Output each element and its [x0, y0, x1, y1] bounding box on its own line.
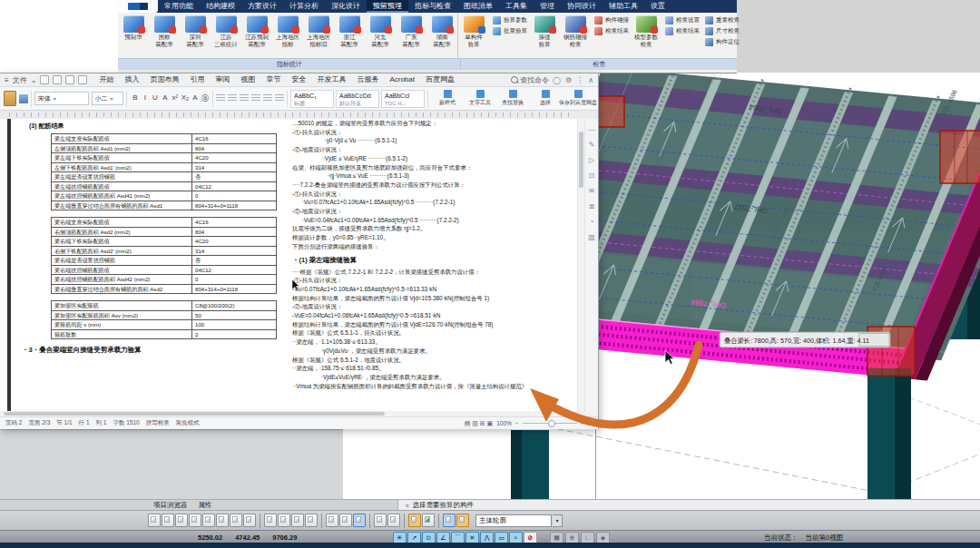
- ribbon-small-button[interactable]: 尺寸检查: [705, 27, 740, 35]
- cad-ribbon-tab[interactable]: 设置: [644, 0, 671, 13]
- chevron-down-icon[interactable]: ⌄: [31, 76, 37, 84]
- word-action-button[interactable]: 文字工具: [464, 90, 496, 107]
- view-tool-icon[interactable]: [404, 514, 405, 528]
- fullscreen-icon[interactable]: ⤢: [587, 420, 593, 427]
- word-ribbon-tab[interactable]: 视图: [236, 74, 260, 85]
- view-tool-icon[interactable]: [230, 514, 242, 527]
- display-filter-select[interactable]: 主体轮廓: [475, 514, 552, 527]
- font-name-select[interactable]: 宋体▾: [34, 92, 89, 105]
- word-action-button[interactable]: 查找替换: [496, 90, 529, 107]
- view-tool-icon[interactable]: [408, 514, 421, 527]
- word-action-button[interactable]: 保存到百度网盘: [562, 90, 594, 107]
- scrollbar-thumb[interactable]: [4, 412, 385, 416]
- ribbon-button[interactable]: 上海地区 指标: [272, 14, 303, 48]
- word-ribbon-tab[interactable]: 开发工具: [312, 74, 350, 85]
- view-tool-icon[interactable]: [243, 514, 256, 527]
- align-icon[interactable]: [251, 94, 260, 103]
- view-tool-icon[interactable]: [305, 514, 318, 527]
- hamburger-menu-icon[interactable]: ≡: [5, 76, 9, 84]
- collapse-ribbon-icon[interactable]: ∧: [588, 76, 593, 84]
- bullet-list-icon[interactable]: [216, 94, 225, 103]
- format-button[interactable]: U: [150, 93, 160, 103]
- style-card[interactable]: AaBbCcl TOC H...: [381, 90, 425, 108]
- view-tool-icon[interactable]: [216, 514, 229, 527]
- ribbon-button[interactable]: 国标 装配率: [149, 14, 180, 48]
- view-tool-icon[interactable]: [260, 514, 260, 528]
- shading-icon[interactable]: [275, 94, 284, 103]
- word-ribbon-tab[interactable]: Acrobat: [385, 74, 419, 85]
- view-tool-icon[interactable]: [162, 514, 174, 527]
- style-card[interactable]: AaBbC₁ 标题: [290, 90, 334, 108]
- format-button[interactable]: A: [190, 93, 200, 103]
- cad-ribbon-tab[interactable]: 方案设计: [241, 0, 283, 13]
- word-action-button[interactable]: 选择: [529, 90, 562, 107]
- save-icon[interactable]: [40, 75, 49, 84]
- view-tool-icon[interactable]: [438, 514, 439, 528]
- paste-icon[interactable]: [4, 91, 16, 106]
- ribbon-small-button[interactable]: 检查结果: [665, 27, 700, 35]
- view-tool-icon[interactable]: [264, 514, 277, 527]
- word-ribbon-tab[interactable]: 开始: [94, 74, 118, 85]
- ribbon-small-button[interactable]: 批量验算: [493, 27, 527, 35]
- side-tool-icon[interactable]: ⊡: [589, 172, 595, 180]
- cad-ribbon-tab[interactable]: 工具集: [499, 0, 534, 13]
- more-icon[interactable]: ⋮: [576, 76, 583, 84]
- word-ribbon-tab[interactable]: 安全: [287, 74, 310, 85]
- word-ribbon-tab[interactable]: 审阅: [211, 74, 234, 85]
- document-canvas[interactable]: (3) 配筋结果 梁左端支座实际配筋值4C16左侧顶筋配筋面积 Asd1 (mm…: [0, 119, 598, 411]
- ribbon-button[interactable]: 深圳 装配率: [180, 14, 211, 48]
- format-button[interactable]: A: [160, 93, 170, 103]
- zoom-out-button[interactable]: −: [515, 420, 519, 426]
- format-painter-icon[interactable]: [19, 94, 28, 103]
- side-tool-icon[interactable]: ✎: [589, 142, 595, 149]
- ribbon-small-button[interactable]: 构件定位: [705, 38, 740, 46]
- ribbon-button[interactable]: 江苏 三板统计: [211, 14, 241, 48]
- view-tool-icon[interactable]: [339, 514, 352, 527]
- undo-icon[interactable]: [65, 75, 74, 84]
- view-tool-icon[interactable]: [202, 514, 215, 527]
- view-tool-icon[interactable]: [353, 514, 366, 527]
- zoom-slider[interactable]: [523, 423, 577, 424]
- format-button[interactable]: X₂: [180, 93, 190, 103]
- cad-ribbon-tab[interactable]: 协同设计: [561, 0, 603, 13]
- ribbon-button[interactable]: 江苏预制 装配率: [241, 14, 272, 48]
- ribbon-button-seam-check[interactable]: 接缝 验算: [529, 14, 560, 48]
- ribbon-button[interactable]: 预制率: [118, 14, 149, 48]
- ribbon-button-rebar-clash[interactable]: 钢筋碰撞 检查: [560, 14, 591, 48]
- side-tool-icon[interactable]: ◔: [590, 219, 594, 226]
- format-button[interactable]: I: [140, 93, 150, 103]
- view-tool-icon[interactable]: [291, 514, 304, 527]
- view-tool-icon[interactable]: [189, 514, 201, 527]
- style-card[interactable]: AaBbCcDd 默认段落: [336, 90, 379, 108]
- side-tool-icon[interactable]: —: [588, 126, 595, 133]
- redo-icon[interactable]: [78, 75, 87, 84]
- word-action-button[interactable]: 新样式: [431, 90, 464, 107]
- ribbon-button[interactable]: 上海地区 指标旧: [303, 14, 334, 48]
- view-tool-icon[interactable]: [175, 514, 188, 527]
- line-spacing-icon[interactable]: [263, 94, 272, 103]
- view-tool-icon[interactable]: [422, 514, 435, 527]
- format-button[interactable]: B: [130, 93, 140, 103]
- view-tool-icon[interactable]: [326, 514, 338, 527]
- view-tool-icon[interactable]: [374, 514, 387, 527]
- format-button[interactable]: ⓐ: [200, 93, 210, 103]
- cad-ribbon-tab[interactable]: 计算分析: [283, 0, 325, 13]
- ribbon-button[interactable]: 广东 装配率: [396, 14, 426, 48]
- word-ribbon-tab[interactable]: 百度网盘: [421, 74, 459, 85]
- cad-ribbon-tab[interactable]: 管理: [534, 0, 561, 13]
- cad-ribbon-tab[interactable]: 预留预埋: [367, 0, 408, 13]
- combo-dropdown-arrow[interactable]: ▾: [553, 514, 563, 527]
- zoom-slider-knob[interactable]: [548, 420, 555, 427]
- view-tool-icon[interactable]: [321, 514, 322, 528]
- ribbon-button[interactable]: 湖南 装配率: [426, 14, 457, 48]
- ribbon-small-button[interactable]: 重量检查: [705, 16, 740, 24]
- cad-ribbon-tab[interactable]: 常用功能: [158, 0, 200, 13]
- scrollbar-thumb[interactable]: [579, 132, 583, 188]
- view-tool-icon[interactable]: [369, 514, 370, 528]
- word-ribbon-tab[interactable]: 云服务: [352, 74, 383, 85]
- format-button[interactable]: x²: [170, 93, 180, 103]
- view-tool-icon[interactable]: [278, 514, 290, 527]
- find-command[interactable]: 查找命令: [511, 75, 549, 85]
- ribbon-small-button[interactable]: 检查设置: [665, 16, 700, 24]
- word-ribbon-tab[interactable]: 页面布局: [145, 74, 183, 85]
